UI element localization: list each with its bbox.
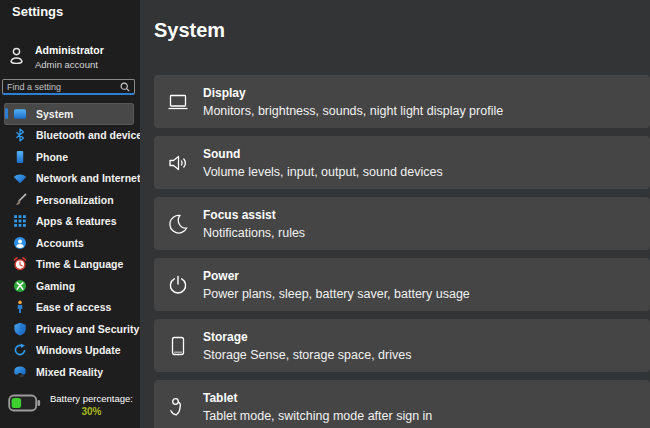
network-icon (12, 171, 27, 186)
sound-icon (165, 150, 191, 176)
personalization-icon (12, 192, 27, 207)
sidebar-item-label: Mixed Reality (36, 366, 103, 378)
accounts-icon (12, 235, 27, 250)
person-outline-icon (7, 46, 26, 69)
card-title: Display (203, 86, 503, 100)
power-icon (165, 272, 191, 298)
privacy-icon (12, 321, 27, 336)
sidebar-item-label: Ease of access (36, 301, 111, 313)
sidebar-item-label: Personalization (36, 194, 114, 206)
sidebar-item-phone[interactable]: Phone (4, 146, 134, 168)
profile-subtitle: Admin account (35, 59, 104, 70)
profile-section[interactable]: Administrator Admin account (7, 44, 104, 70)
sidebar-item-label: Bluetooth and devices (36, 129, 148, 141)
sidebar-item-apps-and-features[interactable]: Apps & features (4, 211, 134, 233)
sidebar-item-label: Gaming (36, 280, 75, 292)
phone-icon (12, 149, 27, 164)
card-title: Tablet (203, 391, 432, 405)
sidebar-item-label: Accounts (36, 237, 84, 249)
mixed-reality-icon (12, 364, 27, 379)
card-subtitle: Power plans, sleep, battery saver, batte… (203, 287, 470, 301)
sidebar-item-mixed-reality[interactable]: Mixed Reality (4, 361, 134, 383)
sidebar-item-bluetooth-and-devices[interactable]: Bluetooth and devices (4, 125, 134, 147)
tablet-icon (165, 394, 191, 420)
card-subtitle: Monitors, brightness, sounds, night ligh… (203, 104, 503, 118)
battery-icon (8, 394, 41, 416)
sidebar-item-label: Windows Update (36, 344, 121, 356)
battery-value: 30% (50, 406, 133, 417)
search-icon (120, 78, 130, 96)
page-title: System (154, 19, 225, 42)
sidebar-item-label: Privacy and Security (36, 323, 139, 335)
sidebar-item-time-and-language[interactable]: Time & Language (4, 254, 134, 276)
card-storage[interactable]: Storage Storage Sense, storage space, dr… (154, 319, 650, 372)
sidebar-item-system[interactable]: System (4, 103, 134, 125)
card-subtitle: Volume levels, input, output, sound devi… (203, 165, 443, 179)
card-display[interactable]: Display Monitors, brightness, sounds, ni… (154, 75, 650, 128)
apps-icon (12, 214, 27, 229)
sidebar-item-privacy-and-security[interactable]: Privacy and Security (4, 318, 134, 340)
sidebar-item-label: Phone (36, 151, 68, 163)
window-title: Settings (12, 4, 63, 19)
search-input[interactable] (7, 82, 120, 92)
card-subtitle: Notifications, rules (203, 226, 305, 240)
sidebar-item-label: Time & Language (36, 258, 123, 270)
card-sound[interactable]: Sound Volume levels, input, output, soun… (154, 136, 650, 189)
focus-assist-icon (165, 211, 191, 237)
card-title: Power (203, 269, 470, 283)
sidebar-item-label: Apps & features (36, 215, 117, 227)
gaming-icon (12, 278, 27, 293)
card-tablet[interactable]: Tablet Tablet mode, switching mode after… (154, 380, 650, 428)
sidebar-item-accounts[interactable]: Accounts (4, 232, 134, 254)
profile-name: Administrator (35, 44, 104, 56)
sidebar: Settings Administrator Admin account Sys… (0, 0, 140, 428)
sidebar-item-network-and-internet[interactable]: Network and Internet (4, 168, 134, 190)
card-title: Focus assist (203, 208, 305, 222)
settings-card-list: Display Monitors, brightness, sounds, ni… (154, 75, 650, 428)
windows-update-icon (12, 343, 27, 358)
display-icon (165, 89, 191, 115)
sidebar-nav: System Bluetooth and devices Phone Netwo… (0, 103, 140, 383)
battery-label: Battery percentage: (50, 393, 133, 404)
card-focus-assist[interactable]: Focus assist Notifications, rules (154, 197, 650, 250)
system-icon (12, 106, 27, 121)
main-content: System Display Monitors, brightness, sou… (140, 0, 650, 428)
battery-section: Battery percentage: 30% (8, 393, 133, 417)
card-subtitle: Storage Sense, storage space, drives (203, 348, 411, 362)
card-title: Sound (203, 147, 443, 161)
card-subtitle: Tablet mode, switching mode after sign i… (203, 409, 432, 423)
sidebar-item-windows-update[interactable]: Windows Update (4, 340, 134, 362)
sidebar-item-label: Network and Internet (36, 172, 140, 184)
sidebar-item-personalization[interactable]: Personalization (4, 189, 134, 211)
card-power[interactable]: Power Power plans, sleep, battery saver,… (154, 258, 650, 311)
search-box[interactable] (2, 79, 135, 95)
card-title: Storage (203, 330, 411, 344)
sidebar-item-label: System (36, 108, 73, 120)
sidebar-item-gaming[interactable]: Gaming (4, 275, 134, 297)
storage-icon (165, 333, 191, 359)
bluetooth-icon (12, 128, 27, 143)
time-language-icon (12, 257, 27, 272)
sidebar-item-ease-of-access[interactable]: Ease of access (4, 297, 134, 319)
ease-of-access-icon (12, 300, 27, 315)
